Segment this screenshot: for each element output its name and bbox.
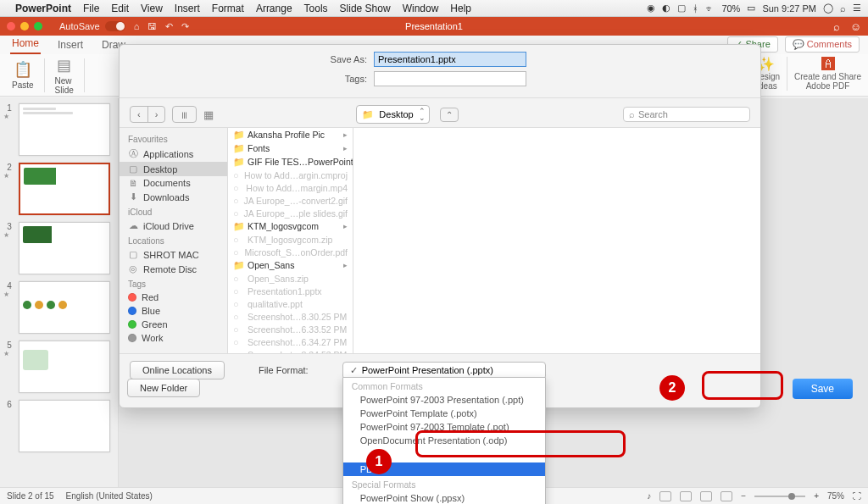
tag-blue[interactable]: Blue [120, 304, 227, 318]
menu-window[interactable]: Window [403, 3, 439, 14]
zoom-slider[interactable] [754, 496, 805, 497]
view-normal-button[interactable] [659, 491, 671, 501]
tags-input[interactable] [374, 71, 526, 86]
sidebar-computer[interactable]: ▢SHROT MAC [120, 247, 227, 262]
tag-red[interactable]: Red [120, 291, 227, 304]
notes-button[interactable]: ♪ [647, 491, 651, 501]
menu-tools[interactable]: Tools [304, 3, 328, 14]
file-row[interactable]: ○Screenshot…6.34.27 PM [228, 335, 353, 348]
file-icon: ○ [233, 170, 240, 180]
tab-insert[interactable]: Insert [56, 39, 85, 54]
app-titlebar: AutoSave ⌂ 🖫 ↶ ↷ Presentation1 ⌕ ☺ [0, 17, 868, 36]
menu-app[interactable]: PowerPoint [15, 3, 71, 14]
display-icon[interactable]: ▢ [677, 3, 686, 14]
undo-icon[interactable]: ↶ [165, 21, 173, 32]
sidebar-downloads[interactable]: ⬇Downloads [120, 190, 227, 204]
zoom-in[interactable]: + [814, 491, 819, 501]
file-row[interactable]: 📁Akansha Profile Pic▸ [228, 128, 353, 141]
view-mode-columns[interactable]: ⫼ [172, 106, 197, 123]
window-controls[interactable] [7, 22, 42, 30]
user-icon[interactable]: ◯ [823, 3, 833, 14]
spotlight-icon[interactable]: ⌕ [840, 3, 846, 14]
redo-icon[interactable]: ↷ [181, 21, 189, 32]
thumb-1[interactable]: 1★ [3, 103, 114, 156]
thumb-6[interactable]: 6 [3, 400, 114, 452]
notifications-icon[interactable]: ☰ [853, 3, 861, 14]
thumb-5[interactable]: 5★ [3, 341, 114, 393]
format-opt-ppsx[interactable]: PowerPoint Show (.ppsx) [343, 491, 545, 505]
thumb-4[interactable]: 4★ [3, 281, 114, 334]
format-opt-odp[interactable]: OpenDocument Presentation (.odp) [343, 434, 545, 447]
view-slideshow-button[interactable] [721, 491, 732, 501]
fit-button[interactable]: ⛶ [853, 491, 861, 501]
format-opt-pot[interactable]: PowerPoint 97-2003 Template (.pot) [343, 420, 545, 434]
zoom-out[interactable]: − [741, 491, 746, 501]
comments-button[interactable]: 💬 Comments [785, 36, 860, 53]
sync-icon[interactable]: ◉ [647, 3, 655, 14]
new-slide-button[interactable]: ▤New Slide [50, 56, 79, 95]
save-icon[interactable]: 🖫 [147, 21, 157, 31]
zoom-pct[interactable]: 75% [827, 491, 844, 501]
menu-format[interactable]: Format [212, 3, 244, 14]
file-format-dropdown[interactable]: ✓PowerPoint Presentation (.pptx) Common … [342, 362, 546, 379]
menu-file[interactable]: File [83, 3, 99, 14]
file-row[interactable]: ○Microsoft_S…onOrder.pdf [228, 246, 353, 258]
view-sorter-button[interactable] [680, 491, 692, 501]
save-button[interactable]: Save [793, 379, 853, 399]
sidebar-icloud-drive[interactable]: ☁iCloud Drive [120, 219, 227, 233]
search-icon[interactable]: ⌕ [833, 20, 840, 33]
sidebar-documents[interactable]: 🗎Documents [120, 176, 227, 190]
new-folder-button[interactable]: New Folder [127, 379, 200, 397]
file-row[interactable]: 📁GIF File TES…PowerPoint▸ [228, 155, 353, 169]
menu-view[interactable]: View [141, 3, 163, 14]
dialog-search[interactable]: ⌕ Search [623, 107, 750, 122]
view-mode-grid[interactable]: ▦ [203, 108, 214, 121]
file-row[interactable]: ○Screenshot…6.33.52 PM [228, 323, 353, 335]
autosave-toggle[interactable]: AutoSave [59, 21, 125, 31]
file-row[interactable]: ○Presentation1.pptx [228, 285, 353, 297]
nav-back-forward[interactable]: ‹› [130, 106, 165, 123]
thumb-3[interactable]: 3★ [3, 222, 114, 274]
location-dropdown[interactable]: 📁 Desktop ⌃⌄ [356, 105, 429, 124]
menu-help[interactable]: Help [450, 3, 471, 14]
sidebar-applications[interactable]: ⒶApplications [120, 146, 227, 162]
adobe-pdf-button[interactable]: 🅰Create and Share Adobe PDF [787, 57, 861, 91]
file-row[interactable]: ○Open_Sans.zip [228, 272, 353, 285]
file-row[interactable]: ○qualitative.ppt [228, 297, 353, 310]
language-indicator[interactable]: English (United States) [66, 491, 153, 501]
file-row[interactable]: ○Screenshot…8.30.25 PM [228, 310, 353, 323]
file-row[interactable]: ○JA Europe_…-convert2.gif [228, 194, 353, 207]
tab-home[interactable]: Home [10, 37, 41, 54]
account-icon[interactable]: ☺ [850, 20, 861, 33]
collapse-button[interactable]: ⌃ [440, 108, 459, 122]
online-locations-button[interactable]: Online Locations [130, 361, 225, 379]
wifi-icon[interactable]: ᯤ [705, 3, 715, 14]
home-icon[interactable]: ⌂ [134, 21, 140, 31]
file-row[interactable]: ○How to Add…margin.mp4 [228, 181, 353, 194]
file-column[interactable]: 📁Akansha Profile Pic▸📁Fonts▸📁GIF File TE… [228, 128, 353, 353]
battery-icon[interactable]: ▭ [747, 3, 755, 14]
sidebar-remote-disc[interactable]: ◎Remote Disc [120, 262, 227, 276]
file-row[interactable]: ○How to Add…argin.cmproj [228, 169, 353, 181]
file-row[interactable]: ○Screenshot…8.34.53 PM [228, 348, 353, 353]
menu-edit[interactable]: Edit [111, 3, 129, 14]
file-row[interactable]: 📁Open_Sans▸ [228, 258, 353, 272]
format-opt-ppt[interactable]: PowerPoint 97-2003 Presentation (.ppt) [343, 393, 545, 407]
paste-button[interactable]: 📋Paste [7, 60, 39, 90]
tag-work[interactable]: Work [120, 331, 227, 345]
file-row[interactable]: ○KTM_logosvgcom.zip [228, 233, 353, 246]
bluetooth-icon[interactable]: ᚼ [693, 3, 698, 14]
sidebar-desktop[interactable]: ▢Desktop [120, 162, 227, 176]
file-row[interactable]: ○JA Europe_…ple slides.gif [228, 207, 353, 219]
menu-insert[interactable]: Insert [175, 3, 200, 14]
view-reading-button[interactable] [700, 491, 712, 501]
thumb-2[interactable]: 2★ [3, 163, 114, 215]
file-row[interactable]: 📁Fonts▸ [228, 141, 353, 155]
tag-green[interactable]: Green [120, 318, 227, 331]
menu-slideshow[interactable]: Slide Show [340, 3, 391, 14]
menu-arrange[interactable]: Arrange [256, 3, 292, 14]
format-opt-potx[interactable]: PowerPoint Template (.potx) [343, 407, 545, 420]
save-as-input[interactable] [374, 52, 526, 67]
file-row[interactable]: 📁KTM_logosvgcom▸ [228, 219, 353, 233]
creative-cloud-icon[interactable]: ◐ [662, 3, 670, 14]
